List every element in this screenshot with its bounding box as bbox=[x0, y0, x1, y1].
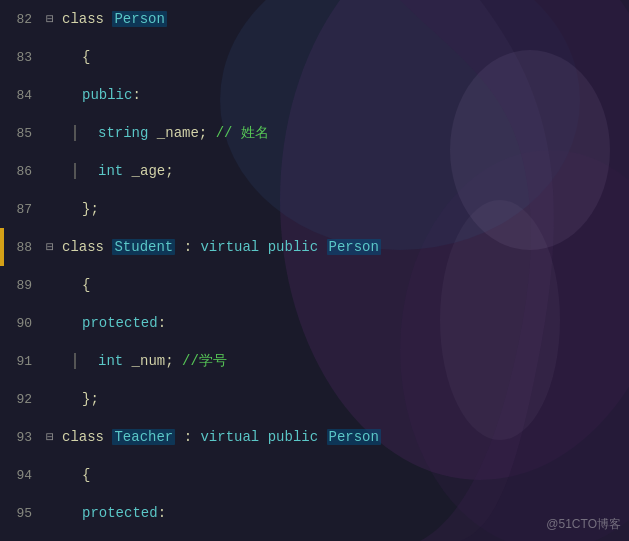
code-editor: 82⊟class Person83{84public:85string _nam… bbox=[0, 0, 629, 541]
line-number: 86 bbox=[0, 164, 42, 179]
line-number: 84 bbox=[0, 88, 42, 103]
code-content: { bbox=[58, 456, 629, 494]
watermark: @51CTO博客 bbox=[546, 516, 621, 533]
code-content: protected: bbox=[58, 304, 629, 342]
line-number: 85 bbox=[0, 126, 42, 141]
line-number: 82 bbox=[0, 12, 42, 27]
code-content: int _num; //学号 bbox=[58, 342, 629, 380]
line-number: 87 bbox=[0, 202, 42, 217]
code-line-84: 84public: bbox=[0, 76, 629, 114]
code-line-85: 85string _name; // 姓名 bbox=[0, 114, 629, 152]
code-content: class Person bbox=[58, 0, 629, 38]
code-content: protected: bbox=[58, 494, 629, 532]
code-line-94: 94{ bbox=[0, 456, 629, 494]
code-content: { bbox=[58, 266, 629, 304]
line-number: 83 bbox=[0, 50, 42, 65]
code-line-91: 91int _num; //学号 bbox=[0, 342, 629, 380]
fold-icon[interactable]: ⊟ bbox=[42, 11, 58, 27]
line-number: 93 bbox=[0, 430, 42, 445]
code-line-83: 83{ bbox=[0, 38, 629, 76]
fold-icon[interactable]: ⊟ bbox=[42, 239, 58, 255]
code-content: { bbox=[58, 38, 629, 76]
code-line-93: 93⊟class Teacher : virtual public Person bbox=[0, 418, 629, 456]
code-line-96: 96int _id; // 职工编号 bbox=[0, 532, 629, 541]
line-number: 94 bbox=[0, 468, 42, 483]
code-content: class Student : virtual public Person bbox=[58, 228, 629, 266]
code-line-87: 87}; bbox=[0, 190, 629, 228]
line-number: 92 bbox=[0, 392, 42, 407]
code-content: }; bbox=[58, 190, 629, 228]
code-content: }; bbox=[58, 380, 629, 418]
code-line-89: 89{ bbox=[0, 266, 629, 304]
code-content: public: bbox=[58, 76, 629, 114]
code-line-88: 88⊟class Student : virtual public Person bbox=[0, 228, 629, 266]
line-number: 88 bbox=[0, 240, 42, 255]
code-line-92: 92}; bbox=[0, 380, 629, 418]
line-number: 89 bbox=[0, 278, 42, 293]
code-line-95: 95protected: bbox=[0, 494, 629, 532]
line-number: 95 bbox=[0, 506, 42, 521]
code-content: int _id; // 职工编号 bbox=[58, 532, 629, 541]
code-line-90: 90protected: bbox=[0, 304, 629, 342]
fold-icon[interactable]: ⊟ bbox=[42, 429, 58, 445]
code-content: string _name; // 姓名 bbox=[58, 114, 629, 152]
code-line-86: 86int _age; bbox=[0, 152, 629, 190]
code-line-82: 82⊟class Person bbox=[0, 0, 629, 38]
code-content: int _age; bbox=[58, 152, 629, 190]
watermark-text: @51CTO博客 bbox=[546, 517, 621, 531]
code-content: class Teacher : virtual public Person bbox=[58, 418, 629, 456]
line-number: 91 bbox=[0, 354, 42, 369]
line-number: 90 bbox=[0, 316, 42, 331]
